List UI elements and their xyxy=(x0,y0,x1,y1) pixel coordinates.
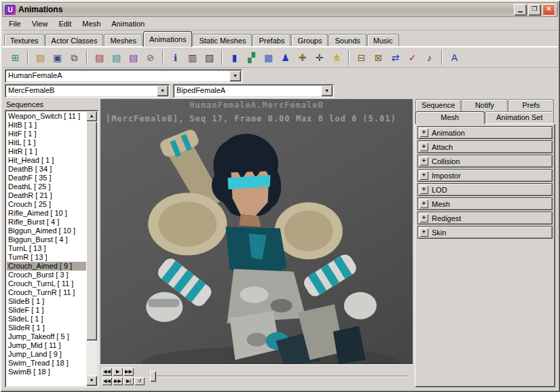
list-item[interactable]: Weapon_Switch [ 11 ] xyxy=(7,112,86,121)
list-item[interactable]: Jump_Land [ 9 ] xyxy=(7,350,86,359)
skip-end-button[interactable]: ▶| xyxy=(124,377,134,385)
tab-actor-classes[interactable]: Actor Classes xyxy=(45,34,104,47)
mesh-viewport[interactable]: HumanFemaleA.MercFemaleB [MercFemaleB], … xyxy=(100,99,413,364)
tab-groups[interactable]: Groups xyxy=(291,34,328,47)
tab-prefs[interactable]: Prefs xyxy=(508,99,554,111)
menu-animation[interactable]: Animation xyxy=(106,18,150,29)
list-item[interactable]: SlideL [ 1 ] xyxy=(7,315,86,324)
close-button[interactable]: ✕ xyxy=(542,4,555,16)
section-mesh[interactable]: +Mesh xyxy=(417,197,553,210)
expand-plus-icon[interactable]: + xyxy=(419,199,428,208)
list-item[interactable]: Rifle_Burst [ 4 ] xyxy=(7,218,86,227)
section-collision[interactable]: +Collision xyxy=(417,155,553,168)
tab-prefabs[interactable]: Prefabs xyxy=(253,34,291,47)
tab-mesh[interactable]: Mesh xyxy=(415,111,485,124)
tab-animations[interactable]: Animations xyxy=(143,31,192,47)
sound-icon[interactable]: ♪ xyxy=(421,50,438,66)
timeline-slider[interactable] xyxy=(149,370,409,383)
tab-animation-set[interactable]: Animation Set xyxy=(485,111,555,123)
maximize-button[interactable]: ❐ xyxy=(528,4,541,16)
mesh-doc-purple-icon[interactable]: ▤ xyxy=(125,50,142,66)
rewind-button[interactable]: ◀◀ xyxy=(102,377,112,385)
scrollbar-thumb[interactable] xyxy=(86,121,97,340)
clear-icon[interactable]: ⊘ xyxy=(142,50,159,66)
open-package-icon[interactable]: ▤ xyxy=(32,50,49,66)
list-item[interactable]: DeathF [ 35 ] xyxy=(7,174,86,182)
list-item[interactable]: SlideR [ 1 ] xyxy=(7,324,86,332)
list-item[interactable]: Hit_Head [ 1 ] xyxy=(7,156,86,165)
expand-plus-icon[interactable]: + xyxy=(419,228,428,237)
section-skin[interactable]: +Skin xyxy=(417,226,553,239)
step-back-button[interactable]: ◀◀ xyxy=(102,368,112,376)
list-item[interactable]: Crouch_TurnL [ 11 ] xyxy=(7,279,86,288)
section-redigest[interactable]: +Redigest xyxy=(417,212,553,224)
list-item[interactable]: Crouch_TurnR [ 11 ] xyxy=(7,288,86,297)
scene-icon[interactable]: ▞ xyxy=(243,50,260,66)
package-combo-dropdown-button[interactable]: ▼ xyxy=(229,71,241,81)
mesh-combo[interactable]: MercFemaleB ▼ xyxy=(5,84,170,98)
expand-plus-icon[interactable]: + xyxy=(419,157,428,165)
crosshair-icon[interactable]: ✛ xyxy=(311,50,328,66)
lod-grid-icon[interactable]: ▦ xyxy=(260,50,277,66)
timeline-thumb[interactable] xyxy=(150,371,156,382)
package-combo[interactable]: HumanFemaleA ▼ xyxy=(5,69,242,83)
rename-icon[interactable]: A xyxy=(446,50,463,66)
menu-mesh[interactable]: Mesh xyxy=(77,18,106,29)
expand-plus-icon[interactable]: + xyxy=(419,142,428,151)
export-package-icon[interactable]: ⊠ xyxy=(370,50,387,66)
mesh-doc-teal-icon[interactable]: ▤ xyxy=(108,50,125,66)
info-icon[interactable]: ℹ xyxy=(167,50,184,66)
list-item[interactable]: Crouch_Aimed [ 9 ] xyxy=(7,262,86,271)
menu-file[interactable]: File xyxy=(3,18,26,29)
section-lod[interactable]: +LOD xyxy=(417,183,553,196)
tab-static-meshes[interactable]: Static Meshes xyxy=(193,34,252,47)
expand-plus-icon[interactable]: + xyxy=(419,214,428,222)
timeline-track[interactable] xyxy=(149,376,409,377)
add-bone-icon[interactable]: ✚ xyxy=(294,50,311,66)
tab-sequence[interactable]: Sequence xyxy=(415,99,461,111)
expand-plus-icon[interactable]: + xyxy=(419,171,428,180)
scroll-down-button[interactable]: ▼ xyxy=(86,376,97,386)
scrollbar-track[interactable] xyxy=(86,121,97,376)
duplicate-icon[interactable]: ⧉ xyxy=(66,50,83,66)
scroll-up-button[interactable]: ▲ xyxy=(86,111,97,121)
list-item[interactable]: SlideF [ 1 ] xyxy=(7,306,86,315)
sync-icon[interactable]: ⇄ xyxy=(387,50,404,66)
list-item[interactable]: HitL [ 1 ] xyxy=(7,138,86,147)
fast-forward-button[interactable]: ▶▶ xyxy=(113,377,123,385)
animset-combo[interactable]: BipedFemaleA ▼ xyxy=(173,84,334,98)
tab-music[interactable]: Music xyxy=(367,34,399,47)
doc-blue-icon[interactable]: ▮ xyxy=(226,50,243,66)
animset-combo-dropdown-button[interactable]: ▼ xyxy=(321,85,333,96)
step-forward-button[interactable]: ▶▶ xyxy=(124,368,134,376)
list-item[interactable]: Swim_Tread [ 18 ] xyxy=(7,359,86,368)
actor-icon[interactable]: ♟ xyxy=(277,50,294,66)
list-item[interactable]: Rifle_Aimed [ 10 ] xyxy=(7,209,86,218)
tab-sounds[interactable]: Sounds xyxy=(329,34,366,47)
menu-view[interactable]: View xyxy=(26,18,54,29)
minimize-button[interactable]: ▁ xyxy=(514,4,527,16)
sequences-scrollbar[interactable]: ▲ ▼ xyxy=(86,111,97,386)
expand-plus-icon[interactable]: + xyxy=(419,185,428,194)
mesh-properties-icon[interactable]: ▥ xyxy=(184,50,201,66)
list-item[interactable]: DeathB [ 34 ] xyxy=(7,165,86,174)
list-item[interactable]: Biggun_Aimed [ 10 ] xyxy=(7,227,86,235)
menu-edit[interactable]: Edit xyxy=(53,18,77,29)
list-item[interactable]: HitB [ 1 ] xyxy=(7,121,86,130)
play-button[interactable]: ▶ xyxy=(113,368,123,376)
list-item[interactable]: HitR [ 1 ] xyxy=(7,147,86,156)
list-item[interactable]: Crouch_Burst [ 3 ] xyxy=(7,271,86,279)
section-attach[interactable]: +Attach xyxy=(417,140,553,153)
dock-toolbar-icon[interactable]: ⊞ xyxy=(7,50,24,66)
list-item[interactable]: Biggun_Burst [ 4 ] xyxy=(7,235,86,244)
loop-button[interactable]: ↺ xyxy=(134,377,145,385)
section-impostor[interactable]: +Impostor xyxy=(417,169,553,182)
save-package-icon[interactable]: ▣ xyxy=(49,50,66,66)
list-item[interactable]: TurnL [ 13 ] xyxy=(7,244,86,253)
list-item[interactable]: HitF [ 1 ] xyxy=(7,130,86,138)
list-item[interactable]: Jump_Takeoff [ 5 ] xyxy=(7,332,86,341)
tab-textures[interactable]: Textures xyxy=(4,34,45,47)
approve-icon[interactable]: ✓ xyxy=(404,50,421,66)
list-item[interactable]: SwimB [ 18 ] xyxy=(7,368,86,376)
tab-meshes[interactable]: Meshes xyxy=(104,34,143,47)
